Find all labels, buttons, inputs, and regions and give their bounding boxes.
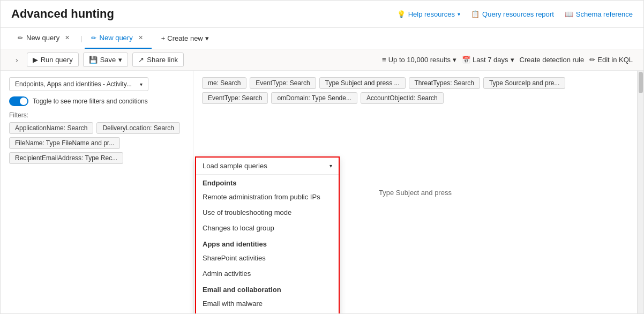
right-filter-chip-7[interactable]: AccountObjectId: Search xyxy=(361,92,444,104)
dropdown-item-email-malware[interactable]: Email with malware xyxy=(196,296,339,311)
save-button[interactable]: 💾 Save ▾ xyxy=(83,53,129,67)
header-actions: 💡 Help resources ▾ 📋 Query resources rep… xyxy=(397,10,633,18)
right-filter-chip-1[interactable]: EventType: Search xyxy=(250,77,316,89)
calendar-icon: 📅 xyxy=(462,56,470,64)
run-icon: ▶ xyxy=(33,56,38,64)
right-filter-chip-0[interactable]: me: Search xyxy=(202,77,246,89)
right-filter-chip-4[interactable]: Type SourceIp and pre... xyxy=(483,77,565,89)
date-chevron-icon: ▾ xyxy=(511,56,514,64)
results-chevron-icon: ▾ xyxy=(453,56,456,64)
right-filter-chip-5[interactable]: EventType: Search xyxy=(202,92,268,104)
scope-dropdown[interactable]: Endpoints, Apps and identities - Activit… xyxy=(9,77,148,91)
tab1-close-button[interactable]: ✕ xyxy=(63,33,72,42)
scrollbar[interactable] xyxy=(637,71,643,313)
filter-chip-recipient[interactable]: RecipientEmailAddress: Type Rec... xyxy=(9,152,123,164)
tab-new-query-2[interactable]: ✏ New query ✕ xyxy=(85,28,152,49)
filter-chip-filename[interactable]: FileName: Type FileName and pr... xyxy=(9,137,120,149)
filters-section: Filters: ApplicationName: Search Deliver… xyxy=(9,111,184,164)
right-filter-chip-2[interactable]: Type Subject and press ... xyxy=(319,77,406,89)
right-filter-chip-3[interactable]: ThreatTypes: Search xyxy=(409,77,480,89)
help-chevron-icon: ▾ xyxy=(458,11,460,17)
main-content: Endpoints, Apps and identities - Activit… xyxy=(1,71,643,313)
run-query-button[interactable]: ▶ Run query xyxy=(27,53,79,67)
create-new-chevron-icon: ▾ xyxy=(205,34,209,42)
schema-reference-button[interactable]: 📖 Schema reference xyxy=(565,10,633,18)
save-icon: 💾 xyxy=(89,56,98,64)
plus-icon: + xyxy=(161,34,166,42)
tab-separator: | xyxy=(78,34,84,42)
dropdown-section-apps: Apps and identities xyxy=(196,236,339,250)
right-filters: me: Search EventType: Search Type Subjec… xyxy=(202,77,628,108)
dropdown-item-remote-admin[interactable]: Remote administration from public IPs xyxy=(196,189,339,205)
tab2-icon: ✏ xyxy=(91,34,96,42)
dropdown-item-local-group[interactable]: Changes to local group xyxy=(196,220,339,236)
filter-chip-appname[interactable]: ApplicationName: Search xyxy=(9,122,93,134)
app-header: Advanced hunting 💡 Help resources ▾ 📋 Qu… xyxy=(1,1,643,28)
date-range-selector[interactable]: 📅 Last 7 days ▾ xyxy=(462,56,514,64)
schema-icon: 📖 xyxy=(565,10,573,18)
help-icon: 💡 xyxy=(397,10,406,18)
query-resources-icon: 📋 xyxy=(471,10,480,18)
load-sample-queries-dropdown: Load sample queries ▾ Endpoints Remote a… xyxy=(195,156,340,313)
scope-chevron-icon: ▾ xyxy=(140,81,143,87)
page-title: Advanced hunting xyxy=(11,7,114,21)
tab2-close-button[interactable]: ✕ xyxy=(136,33,145,42)
dropdown-item-sharepoint[interactable]: SharePoint activities xyxy=(196,250,339,266)
dropdown-section-email: Email and collaboration xyxy=(196,281,339,296)
toolbar: › ▶ Run query 💾 Save ▾ ↗ Share link ≡ Up… xyxy=(1,49,643,71)
tab-new-query-1[interactable]: ✏ New query ✕ xyxy=(11,28,78,49)
save-chevron-icon: ▾ xyxy=(118,56,122,64)
edit-in-kql-button[interactable]: ✏ Edit in KQL xyxy=(589,56,633,64)
query-resources-button[interactable]: 📋 Query resources report xyxy=(471,10,554,18)
kql-icon: ✏ xyxy=(589,56,595,64)
sidebar-toggle-button[interactable]: › xyxy=(11,54,23,66)
toggle-row: Toggle to see more filters and condition… xyxy=(9,96,184,106)
dropdown-item-email-phishing[interactable]: Email with phishing xyxy=(196,311,339,313)
dropdown-chevron-icon[interactable]: ▾ xyxy=(330,163,332,169)
filter-chip-delivery[interactable]: DeliveryLocation: Search xyxy=(96,122,179,134)
create-new-button[interactable]: + Create new ▾ xyxy=(156,31,214,46)
dropdown-item-troubleshooting[interactable]: Use of troubleshooting mode xyxy=(196,205,339,220)
dropdown-section-endpoints: Endpoints xyxy=(196,175,339,189)
query-hint: Type Subject and press xyxy=(379,188,452,196)
tab-bar: ✏ New query ✕ | ✏ New query ✕ + Create n… xyxy=(1,28,643,49)
share-icon: ↗ xyxy=(138,56,144,64)
toolbar-right: ≡ Up to 10,000 results ▾ 📅 Last 7 days ▾… xyxy=(382,56,633,64)
right-filter-chip-6[interactable]: omDomain: Type Sende... xyxy=(271,92,357,104)
filters-toggle[interactable] xyxy=(9,96,28,106)
dropdown-item-admin-activities[interactable]: Admin activities xyxy=(196,266,339,281)
dropdown-header: Load sample queries ▾ xyxy=(196,158,339,175)
scope-selector: Endpoints, Apps and identities - Activit… xyxy=(9,77,184,91)
share-link-button[interactable]: ↗ Share link xyxy=(132,53,184,67)
left-panel: Endpoints, Apps and identities - Activit… xyxy=(1,71,193,313)
filter-chips: ApplicationName: Search DeliveryLocation… xyxy=(9,122,184,164)
help-resources-button[interactable]: 💡 Help resources ▾ xyxy=(397,10,460,18)
tab1-icon: ✏ xyxy=(18,34,23,42)
results-limit-selector[interactable]: ≡ Up to 10,000 results ▾ xyxy=(382,56,456,64)
toggle-knob xyxy=(20,98,27,105)
create-detection-rule-button[interactable]: Create detection rule xyxy=(520,56,585,64)
results-icon: ≡ xyxy=(382,56,386,64)
scrollbar-thumb[interactable] xyxy=(639,72,643,93)
